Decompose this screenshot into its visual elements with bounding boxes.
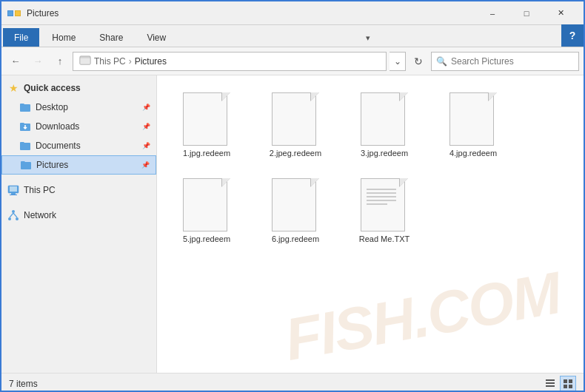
downloads-folder-icon: [19, 121, 31, 132]
svg-rect-3: [10, 186, 17, 192]
ribbon-collapse-icon[interactable]: ▾: [362, 30, 374, 47]
pictures-folder-icon: [20, 159, 32, 171]
svg-point-8: [16, 217, 19, 220]
file-icon-3: [361, 89, 408, 146]
forward-button[interactable]: →: [28, 52, 47, 71]
svg-rect-14: [564, 379, 567, 383]
svg-point-6: [12, 210, 15, 213]
status-bar: 7 items: [1, 373, 584, 392]
file-item-1[interactable]: 1.jpg.redeem: [166, 84, 247, 163]
address-bar: ← → ↑ This PC › Pictures ⌄ ↻ 🔍: [1, 47, 584, 75]
star-icon: ★: [7, 82, 19, 94]
pin-icon-pics: 📌: [141, 161, 150, 169]
pin-icon-dl: 📌: [142, 123, 150, 130]
list-view-button[interactable]: [542, 376, 558, 392]
path-separator-1: ›: [129, 56, 132, 67]
file-label-4: 4.jpg.redeem: [449, 149, 497, 158]
tab-view[interactable]: View: [136, 28, 177, 47]
window-controls: – □ ✕: [475, 1, 578, 25]
file-item-4[interactable]: 4.jpg.redeem: [432, 84, 514, 163]
path-this-pc[interactable]: This PC: [94, 56, 126, 67]
computer-icon: [7, 184, 19, 196]
svg-rect-13: [546, 385, 555, 387]
file-item-3[interactable]: 3.jpg.redeem: [344, 84, 425, 163]
network-icon: [7, 209, 19, 221]
sidebar-item-pictures[interactable]: Pictures 📌: [1, 155, 156, 175]
sidebar-item-documents[interactable]: Documents 📌: [1, 136, 156, 155]
svg-line-9: [10, 213, 13, 217]
sidebar-pictures-label: Pictures: [36, 160, 68, 170]
svg-rect-4: [11, 193, 16, 195]
svg-rect-17: [569, 385, 572, 388]
file-icon-7: [361, 175, 408, 232]
file-icon-6: [272, 175, 319, 232]
search-input[interactable]: [451, 56, 574, 67]
file-label-5: 5.jpg.redeem: [183, 234, 230, 243]
maximize-button[interactable]: □: [509, 1, 544, 25]
svg-rect-16: [564, 385, 567, 388]
back-button[interactable]: ←: [6, 52, 25, 71]
svg-point-7: [8, 217, 11, 220]
svg-rect-1: [80, 58, 90, 64]
minimize-button[interactable]: –: [475, 1, 509, 25]
file-icon-4: [449, 89, 497, 146]
pin-icon-docs: 📌: [142, 142, 150, 149]
tab-home[interactable]: Home: [41, 28, 87, 47]
path-icon: [79, 54, 91, 68]
file-icon-2: [272, 89, 319, 146]
item-count: 7 items: [9, 379, 38, 389]
quick-access-label: Quick access: [24, 83, 81, 93]
svg-rect-11: [546, 379, 555, 381]
pin-icon: 📌: [142, 104, 150, 111]
svg-line-10: [13, 213, 17, 217]
search-icon: 🔍: [436, 56, 447, 67]
sidebar-desktop-label: Desktop: [36, 102, 68, 112]
file-label-1: 1.jpg.redeem: [183, 149, 230, 158]
help-button[interactable]: ?: [561, 24, 584, 47]
sidebar-item-network[interactable]: Network: [1, 206, 156, 225]
file-item-2[interactable]: 2.jpeg.redeem: [255, 84, 336, 163]
sidebar-network-label: Network: [24, 210, 56, 220]
file-label-2: 2.jpeg.redeem: [270, 149, 321, 158]
file-icon-1: [183, 89, 230, 146]
up-button[interactable]: ↑: [50, 52, 70, 71]
folder-icon: [19, 101, 31, 113]
watermark: FISH.COM: [280, 259, 565, 373]
sidebar-this-pc-label: This PC: [24, 185, 56, 195]
file-label-7: Read Me.TXT: [359, 234, 410, 243]
address-dropdown-button[interactable]: ⌄: [390, 52, 406, 71]
svg-rect-12: [546, 382, 555, 384]
address-path[interactable]: This PC › Pictures: [73, 52, 387, 71]
refresh-button[interactable]: ↻: [409, 52, 428, 71]
file-label-6: 6.jpg.redeem: [272, 234, 319, 243]
main-layout: ★ Quick access Desktop 📌 Downloads 📌 Doc…: [1, 75, 584, 373]
search-box[interactable]: 🔍: [431, 52, 579, 71]
sidebar: ★ Quick access Desktop 📌 Downloads 📌 Doc…: [1, 75, 157, 373]
sidebar-documents-label: Documents: [36, 141, 81, 151]
path-pictures[interactable]: Pictures: [135, 56, 167, 67]
sidebar-item-downloads[interactable]: Downloads 📌: [1, 117, 156, 136]
window-title: Pictures: [27, 8, 475, 18]
sidebar-item-quick-access[interactable]: ★ Quick access: [1, 78, 156, 98]
file-item-6[interactable]: 6.jpg.redeem: [255, 170, 336, 249]
close-button[interactable]: ✕: [544, 1, 578, 25]
file-item-5[interactable]: 5.jpg.redeem: [166, 170, 247, 249]
title-bar: Pictures – □ ✕: [1, 1, 584, 25]
menu-bar: File Home Share View ▾ ?: [1, 25, 584, 47]
tab-file[interactable]: File: [3, 28, 39, 47]
svg-rect-5: [10, 195, 17, 195]
documents-folder-icon: [19, 140, 31, 152]
sidebar-item-this-pc[interactable]: This PC: [1, 180, 156, 200]
file-item-7[interactable]: Read Me.TXT: [344, 170, 425, 249]
grid-view-button[interactable]: [560, 376, 576, 392]
svg-rect-15: [569, 379, 572, 383]
file-label-3: 3.jpg.redeem: [361, 149, 408, 158]
tab-share[interactable]: Share: [88, 28, 134, 47]
sidebar-downloads-label: Downloads: [36, 121, 79, 132]
window-icon: [7, 6, 22, 21]
file-icon-5: [183, 175, 230, 232]
view-controls: [542, 376, 576, 392]
sidebar-item-desktop[interactable]: Desktop 📌: [1, 98, 156, 117]
file-grid: FISH.COM 1.jpg.redeem 2.jpeg.redeem: [157, 75, 584, 373]
